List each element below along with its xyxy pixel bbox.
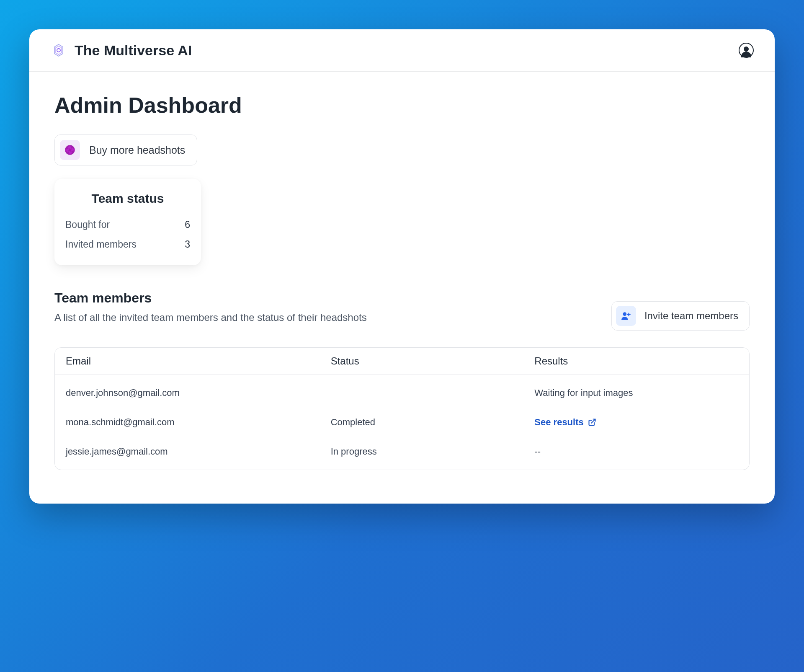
aperture-icon [60,140,80,160]
buy-more-headshots-button[interactable]: Buy more headshots [54,134,197,165]
external-link-icon [588,418,596,426]
svg-point-2 [623,312,626,316]
team-members-header: Team members A list of all the invited t… [54,290,750,331]
cell-results: -- [534,446,738,457]
svg-line-3 [591,419,595,423]
table-row: mona.schmidt@gmail.com Completed See res… [55,408,749,437]
table-head: Email Status Results [55,348,749,375]
cell-status: In progress [331,446,535,457]
status-label: Invited members [65,239,137,250]
col-results: Results [534,355,738,367]
table-row: jessie.james@gmail.com In progress -- [55,437,749,466]
table-row: denver.johnson@gmail.com Waiting for inp… [55,378,749,408]
brand-logo-icon [50,42,67,59]
team-members-table: Email Status Results denver.johnson@gmai… [54,347,750,470]
buy-more-headshots-label: Buy more headshots [89,144,185,156]
cell-email: jessie.james@gmail.com [66,446,331,457]
cell-email: denver.johnson@gmail.com [66,388,331,398]
invite-label: Invite team members [644,310,738,322]
invite-team-members-button[interactable]: Invite team members [611,301,750,331]
team-status-card: Team status Bought for 6 Invited members… [54,179,201,265]
brand[interactable]: The Multiverse AI [50,42,192,59]
status-label: Bought for [65,219,110,230]
status-value: 6 [185,219,190,230]
header: The Multiverse AI [29,29,775,72]
col-email: Email [66,355,331,367]
see-results-label: See results [534,417,583,428]
account-avatar-icon[interactable] [739,43,754,58]
app-window: The Multiverse AI Admin Dashboard Buy mo… [29,29,775,504]
team-status-title: Team status [65,191,190,206]
main-content: Admin Dashboard Buy more headshots Team … [29,72,775,504]
cell-status: Completed [331,417,535,428]
team-members-subtitle: A list of all the invited team members a… [54,312,367,323]
table-body: denver.johnson@gmail.com Waiting for inp… [55,375,749,470]
brand-name: The Multiverse AI [75,42,192,59]
status-row-bought: Bought for 6 [65,215,190,235]
status-value: 3 [185,239,190,250]
status-row-invited: Invited members 3 [65,235,190,254]
cell-email: mona.schmidt@gmail.com [66,417,331,428]
page-title: Admin Dashboard [54,93,750,118]
person-plus-icon [616,306,636,326]
team-members-title: Team members [54,290,367,306]
svg-point-0 [57,49,60,52]
cell-results: Waiting for input images [534,388,738,398]
cell-status [331,388,535,398]
see-results-link[interactable]: See results [534,417,738,428]
col-status: Status [331,355,535,367]
